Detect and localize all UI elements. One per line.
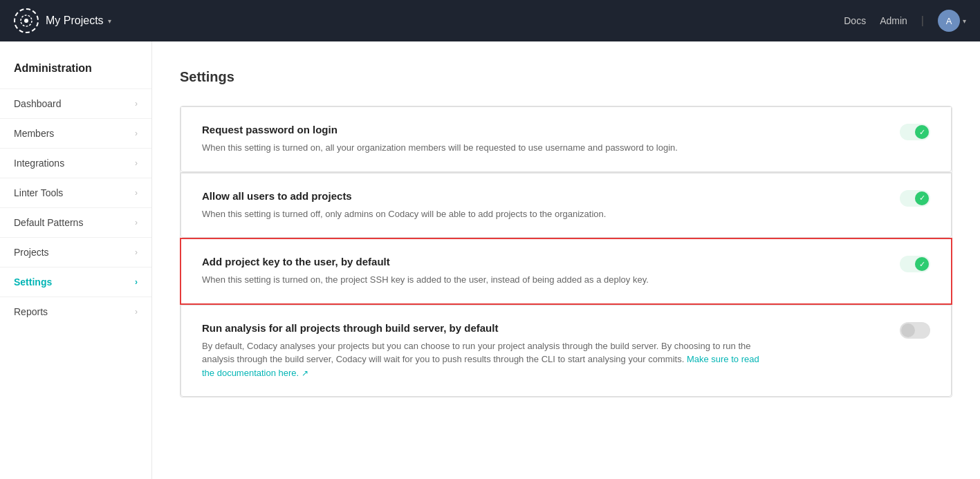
setting-request-password: Request password on login When this sett… [181, 106, 952, 172]
app-layout: Administration Dashboard › Members › Int… [0, 41, 980, 479]
toggle-add-project-key[interactable]: ✓ [900, 256, 930, 272]
toggle-thumb [901, 323, 915, 337]
project-title-chevron: ▾ [108, 17, 111, 25]
sidebar-item-dashboard[interactable]: Dashboard › [0, 88, 151, 118]
toggle-track: ✓ [900, 124, 930, 140]
toggle-switch[interactable]: ✓ [900, 256, 930, 272]
setting-desc: When this setting is turned on, the proj… [202, 273, 769, 287]
setting-title: Run analysis for all projects through bu… [202, 322, 769, 334]
chevron-right-icon: › [135, 188, 138, 198]
svg-point-1 [24, 19, 28, 23]
toggle-request-password[interactable]: ✓ [900, 124, 930, 140]
setting-desc: By default, Codacy analyses your project… [202, 339, 769, 380]
navbar-project-title[interactable]: My Projects ▾ [46, 15, 111, 27]
navbar-divider: | [921, 15, 924, 27]
setting-title: Add project key to the user, by default [202, 256, 769, 267]
chevron-right-icon: › [135, 307, 138, 317]
navbar-left: My Projects ▾ [14, 8, 111, 33]
sidebar-item-members[interactable]: Members › [0, 118, 151, 148]
chevron-right-icon: › [135, 129, 138, 138]
toggle-switch[interactable]: ✓ [900, 124, 930, 140]
sidebar-item-label: Linter Tools [14, 187, 63, 198]
chevron-right-icon: › [135, 277, 138, 287]
sidebar-item-integrations[interactable]: Integrations › [0, 148, 151, 178]
chevron-right-icon: › [135, 247, 138, 257]
toggle-allow-projects[interactable]: ✓ [900, 190, 930, 207]
setting-add-project-key: Add project key to the user, by default … [181, 239, 951, 303]
sidebar-item-linter-tools[interactable]: Linter Tools › [0, 178, 151, 207]
toggle-check-icon: ✓ [915, 257, 929, 271]
main-content: Settings Request password on login When … [152, 41, 980, 479]
admin-link[interactable]: Admin [880, 15, 907, 26]
documentation-link[interactable]: Make sure to read the documentation here… [202, 354, 759, 378]
avatar-chevron-icon: ▾ [963, 17, 966, 25]
setting-title: Allow all users to add projects [202, 190, 769, 202]
navbar: My Projects ▾ Docs Admin | A ▾ [0, 0, 980, 41]
page-title: Settings [180, 69, 952, 85]
toggle-switch[interactable] [900, 322, 930, 339]
sidebar-item-reports[interactable]: Reports › [0, 297, 151, 326]
toggle-switch[interactable]: ✓ [900, 190, 930, 207]
chevron-right-icon: › [135, 99, 138, 109]
toggle-track: ✓ [900, 190, 930, 207]
chevron-right-icon: › [135, 158, 138, 168]
external-link-icon: ↗ [302, 368, 308, 378]
setting-title: Request password on login [202, 124, 769, 135]
sidebar-item-label: Members [14, 128, 54, 139]
chevron-right-icon: › [135, 218, 138, 227]
sidebar-section-title: Administration [0, 62, 151, 88]
avatar-wrapper[interactable]: A ▾ [938, 10, 966, 32]
setting-text: Add project key to the user, by default … [202, 256, 769, 287]
setting-text: Allow all users to add projects When thi… [202, 190, 769, 221]
sidebar-item-label: Settings [14, 276, 52, 288]
sidebar-item-projects[interactable]: Projects › [0, 237, 151, 267]
navbar-logo [14, 8, 39, 33]
toggle-check-icon: ✓ [915, 191, 929, 205]
sidebar: Administration Dashboard › Members › Int… [0, 41, 152, 479]
toggle-check-icon: ✓ [915, 125, 929, 139]
sidebar-item-default-patterns[interactable]: Default Patterns › [0, 207, 151, 237]
sidebar-item-settings[interactable]: Settings › [0, 267, 151, 297]
setting-text: Run analysis for all projects through bu… [202, 322, 769, 380]
setting-desc: When this setting is turned off, only ad… [202, 207, 769, 221]
toggle-run-analysis[interactable] [900, 322, 930, 339]
setting-run-analysis: Run analysis for all projects through bu… [181, 305, 952, 397]
sidebar-item-label: Dashboard [14, 98, 62, 109]
toggle-track [900, 322, 930, 339]
setting-desc: When this setting is turned on, all your… [202, 141, 769, 155]
toggle-track: ✓ [900, 256, 930, 272]
navbar-right: Docs Admin | A ▾ [844, 10, 966, 32]
sidebar-item-label: Projects [14, 247, 49, 258]
setting-text: Request password on login When this sett… [202, 124, 769, 155]
sidebar-item-label: Reports [14, 306, 48, 317]
sidebar-item-label: Integrations [14, 158, 64, 169]
docs-link[interactable]: Docs [844, 15, 866, 26]
setting-allow-projects: Allow all users to add projects When thi… [181, 173, 952, 238]
avatar: A [938, 10, 960, 32]
sidebar-item-label: Default Patterns [14, 217, 83, 228]
